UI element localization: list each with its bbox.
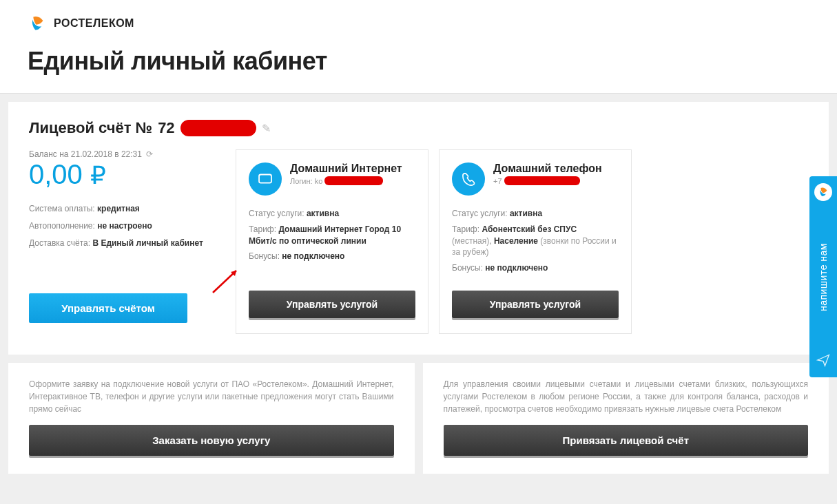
payment-system: Система оплаты: кредитная	[29, 203, 218, 215]
balance-amount: 0,00 ₽	[29, 160, 218, 188]
account-number-row: Лицевой счёт № 72 ✎	[29, 119, 808, 137]
phone-icon	[452, 162, 485, 196]
balance-date: Баланс на 21.02.2018 в 22:31 ⟳	[29, 149, 218, 159]
promo-row: Оформите заявку на подключение новой усл…	[8, 363, 829, 474]
autopay: Автопополнение: не настроено	[29, 220, 218, 232]
manage-phone-button[interactable]: Управлять услугой	[452, 291, 619, 318]
link-account-button[interactable]: Привязать лицевой счёт	[444, 425, 809, 456]
service-bonus: Бонусы: не подключено	[249, 251, 415, 262]
manage-internet-button[interactable]: Управлять услугой	[249, 291, 415, 318]
service-tariff: Тариф: Домашний Интернет Город 10 Мбит/с…	[249, 224, 415, 247]
refresh-icon[interactable]: ⟳	[146, 149, 153, 159]
service-card-internet: Домашний Интернет Логин: ko Статус услуг…	[236, 149, 428, 334]
redacted-phone	[504, 176, 580, 185]
feedback-tab[interactable]: напишите нам	[809, 176, 837, 377]
svg-rect-0	[259, 175, 271, 183]
account-panel: Лицевой счёт № 72 ✎ Баланс на 21.02.2018…	[8, 102, 829, 355]
bill-delivery: Доставка счёта: В Единый личный кабинет	[29, 238, 218, 249]
feedback-send-icon	[816, 353, 830, 369]
promo-text: Оформите заявку на подключение новой усл…	[29, 378, 394, 415]
redacted-account-number	[180, 120, 256, 136]
service-card-phone: Домашний телефон +7 Статус услуги: актив…	[439, 149, 632, 334]
balance-column: Баланс на 21.02.2018 в 22:31 ⟳ 0,00 ₽ Си…	[29, 149, 225, 334]
order-service-button[interactable]: Заказать новую услугу	[29, 425, 394, 456]
header: РОСТЕЛЕКОМ Единый личный кабинет	[0, 0, 837, 94]
account-number-prefix: 72	[158, 119, 174, 137]
service-bonus: Бонусы: не подключено	[452, 262, 619, 274]
service-status: Статус услуги: активна	[249, 208, 415, 220]
page: РОСТЕЛЕКОМ Единый личный кабинет Лицевой…	[0, 0, 837, 474]
service-phone-number: +7	[493, 176, 619, 185]
feedback-logo-icon	[814, 183, 832, 201]
brand-name: РОСТЕЛЕКОМ	[54, 17, 134, 30]
service-login: Логин: ko	[290, 176, 415, 185]
feedback-label: напишите нам	[818, 243, 829, 311]
service-tariff: Тариф: Абонентский без СПУС (местная), Н…	[452, 224, 619, 258]
service-title: Домашний телефон	[493, 162, 619, 175]
redacted-login	[324, 176, 383, 185]
rostelecom-logo-icon	[28, 14, 47, 33]
promo-link-account: Для управления своими лицевыми счетами и…	[423, 363, 829, 474]
service-status: Статус услуги: активна	[452, 208, 619, 220]
promo-order-service: Оформите заявку на подключение новой усл…	[8, 363, 415, 474]
edit-account-icon[interactable]: ✎	[262, 122, 271, 135]
service-title: Домашний Интернет	[290, 162, 415, 175]
page-title: Единый личный кабинет	[28, 47, 809, 76]
manage-account-button[interactable]: Управлять счётом	[29, 293, 187, 323]
internet-icon	[249, 162, 282, 196]
logo[interactable]: РОСТЕЛЕКОМ	[28, 14, 809, 33]
promo-text: Для управления своими лицевыми счетами и…	[444, 378, 809, 415]
account-label: Лицевой счёт №	[29, 119, 152, 137]
